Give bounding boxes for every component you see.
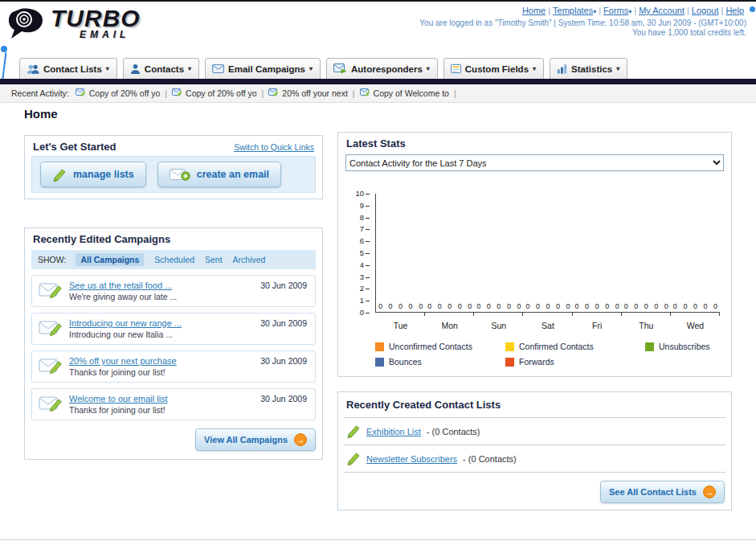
nav-tab-contact-lists[interactable]: Contact Lists▾: [19, 58, 117, 79]
bar-value: 0: [419, 302, 423, 310]
campaign-title-link[interactable]: Welcome to our email list: [69, 394, 168, 404]
recent-activity-text: Copy of 20% off yo: [89, 88, 161, 98]
bar-value: 0: [673, 302, 677, 310]
arrow-right-icon: →: [703, 485, 716, 498]
bar-value: 0: [468, 302, 472, 310]
filter-all-campaigns[interactable]: All Campaigns: [76, 253, 144, 266]
chart-day-group: 00000Mon: [425, 194, 474, 332]
recent-activity-item[interactable]: 20% off your next: [268, 88, 348, 98]
campaign-row[interactable]: Introducing our new range ...Introducing…: [31, 313, 316, 345]
contact-list-link[interactable]: Exhibition List: [366, 427, 421, 436]
switch-to-quick-links-link[interactable]: Switch to Quick Links: [234, 142, 314, 152]
main-navigation: Contact Lists▾Contacts▾Email Campaigns▾A…: [0, 57, 756, 79]
arrow-right-icon: →: [294, 433, 307, 446]
legend-item: Bounces: [375, 357, 502, 367]
nav-tab-contacts[interactable]: Contacts▾: [123, 58, 199, 79]
chart-y-axis: 109876543210: [346, 194, 370, 313]
recent-activity-label: Recent Activity:: [11, 88, 69, 98]
campaign-subtitle: Introducing our new Italia ...: [69, 330, 182, 339]
envelope-plus-icon: [170, 167, 190, 182]
header-link-my-account[interactable]: My Account: [639, 6, 684, 15]
campaign-title-link[interactable]: 20% off your next purchase: [69, 356, 177, 366]
campaign-date: 30 Jun 2009: [260, 281, 307, 290]
bar-value: 0: [615, 302, 619, 310]
campaign-title-link[interactable]: Introducing our new range ...: [69, 318, 182, 328]
separator: |: [454, 88, 456, 98]
turbo-email-logo: TURBO EMAIL: [6, 6, 141, 43]
bar-value: 0: [595, 302, 599, 310]
latest-stats-panel: Latest Stats Contact Activity for the La…: [337, 132, 732, 377]
header-link-templates[interactable]: Templates ▾: [553, 6, 596, 15]
bar-values: 00000: [427, 302, 472, 310]
y-axis-label: 2: [346, 285, 364, 293]
separator: |: [165, 88, 167, 98]
view-all-campaigns-button[interactable]: View All Campaigns →: [195, 428, 316, 451]
stats-period-select[interactable]: Contact Activity for the Last 7 Days: [345, 154, 724, 171]
bar-value: 0: [634, 302, 638, 310]
recent-activity-text: Copy of 20% off yo: [186, 88, 257, 98]
header-link-home[interactable]: Home: [522, 6, 546, 15]
bar-value: 0: [487, 302, 491, 310]
bar-value: 0: [458, 302, 462, 310]
y-axis-label: 1: [346, 297, 364, 305]
contact-list-row[interactable]: Newsletter Subscribers - (0 Contacts): [345, 445, 725, 473]
campaigns-actions: View All Campaigns →: [31, 428, 316, 451]
legend-label: Unconfirmed Contacts: [389, 342, 472, 351]
contact-lists-icon: [27, 64, 39, 75]
x-axis-label: Tue: [376, 321, 425, 330]
campaign-row[interactable]: See us at the retail food ...We're givin…: [31, 275, 316, 307]
separator: |: [721, 6, 724, 15]
y-axis-label: 4: [346, 261, 364, 269]
nav-divider-bar: [0, 79, 756, 84]
manage-lists-label: manage lists: [73, 169, 134, 180]
chevron-down-icon: ▾: [628, 8, 631, 15]
create-an-email-button[interactable]: create an email: [157, 162, 281, 187]
header-link-forms[interactable]: Forms ▾: [603, 6, 631, 15]
nav-tab-autoresponders[interactable]: Autoresponders▾: [326, 58, 438, 79]
campaign-row[interactable]: 20% off your next purchaseThanks for joi…: [31, 350, 316, 383]
filter-sent[interactable]: Sent: [205, 255, 223, 264]
recent-activity-bar: Recent Activity: Copy of 20% off yo|Copy…: [0, 84, 756, 103]
bar-value: 0: [605, 302, 609, 310]
nav-tab-label: Email Campaigns: [228, 64, 305, 74]
chevron-down-icon: ▾: [533, 65, 536, 72]
nav-tab-label: Statistics: [571, 64, 612, 74]
y-axis-label: 5: [346, 249, 364, 257]
bar-value: 0: [517, 302, 521, 310]
chevron-down-icon: ▾: [188, 65, 191, 72]
campaign-row[interactable]: Welcome to our email listThanks for join…: [31, 388, 316, 420]
campaign-title-link[interactable]: See us at the retail food ...: [69, 281, 177, 290]
bar-value: 0: [427, 302, 431, 310]
campaign-text: Introducing our new range ...Introducing…: [69, 318, 182, 339]
contact-list-items: Exhibition List - (0 Contacts)Newsletter…: [338, 418, 731, 473]
filter-archived[interactable]: Archived: [233, 255, 266, 264]
bar-value: 0: [447, 302, 452, 310]
chart-groups: 00000Tue00000Mon00000Sun00000Sat00000Fri…: [376, 194, 720, 332]
corner-dot-decoration: [750, 6, 755, 12]
bar-value: 0: [546, 302, 550, 310]
legend-label: Forwards: [519, 357, 554, 367]
custom-fields-icon: [451, 64, 461, 74]
header-link-logout[interactable]: Logout: [692, 6, 719, 15]
bar-value: 0: [703, 302, 707, 310]
nav-tab-label: Contacts: [145, 64, 184, 74]
nav-tab-statistics[interactable]: Statistics▾: [550, 58, 627, 79]
nav-tab-email-campaigns[interactable]: Email Campaigns▾: [205, 58, 321, 79]
legend-item: Forwards: [505, 357, 642, 367]
see-all-contact-lists-button[interactable]: See All Contact Lists →: [600, 481, 725, 503]
contact-list-link[interactable]: Newsletter Subscribers: [366, 454, 457, 464]
separator: |: [599, 6, 601, 15]
recent-activity-item[interactable]: Copy of 20% off yo: [172, 88, 257, 98]
recent-activity-item[interactable]: Copy of 20% off yo: [76, 88, 161, 98]
y-axis-label: 10: [346, 190, 364, 198]
contact-list-row[interactable]: Exhibition List - (0 Contacts): [345, 418, 725, 445]
header-link-help[interactable]: Help: [725, 6, 744, 15]
filter-scheduled[interactable]: Scheduled: [154, 255, 194, 264]
bar-value: 0: [644, 302, 648, 310]
chevron-down-icon: ▾: [309, 65, 313, 72]
recent-activity-item[interactable]: Copy of Welcome to: [360, 88, 449, 98]
nav-tab-custom-fields[interactable]: Custom Fields▾: [443, 58, 544, 79]
separator: |: [687, 6, 689, 15]
header-links: Home|Templates ▾|Forms ▾|My Account|Logo…: [520, 6, 746, 15]
manage-lists-button[interactable]: manage lists: [40, 162, 146, 187]
